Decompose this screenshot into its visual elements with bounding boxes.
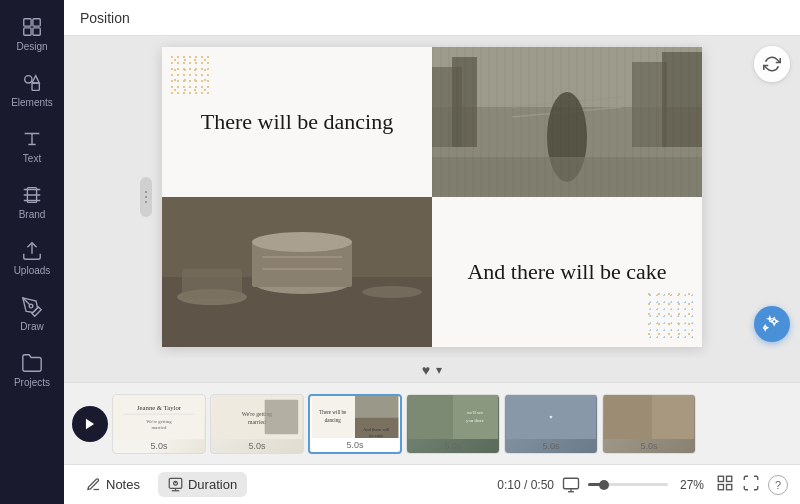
canvas-text-dancing[interactable]: There will be dancing	[201, 108, 393, 137]
sidebar-item-projects[interactable]: Projects	[4, 344, 60, 396]
timeline-header: ♥ ▾	[64, 358, 800, 382]
slide-5-duration: 5.0s	[505, 441, 597, 451]
svg-text:dancing: dancing	[325, 416, 342, 422]
notes-button[interactable]: Notes	[76, 472, 150, 497]
help-label: ?	[775, 479, 781, 491]
svg-rect-12	[432, 47, 702, 197]
grid-icon[interactable]	[716, 474, 734, 496]
svg-rect-15	[452, 57, 477, 147]
time-display: 0:10 / 0:50	[497, 478, 554, 492]
svg-rect-17	[662, 52, 702, 147]
slide-6-wrapper: 5.0s	[602, 394, 696, 454]
svg-text:you there: you there	[466, 417, 484, 422]
sidebar-item-elements-label: Elements	[11, 97, 53, 108]
svg-rect-56	[604, 395, 652, 439]
slide-thumb-5-inner: ♥	[505, 395, 597, 439]
slide-3-wrapper: There will be dancing And there will be …	[308, 394, 402, 454]
expand-icon[interactable]	[742, 474, 760, 496]
slide-2-duration: 5.0s	[211, 441, 303, 451]
svg-point-4	[25, 76, 32, 83]
slide-6-duration: 5.0s	[603, 441, 695, 451]
svg-rect-41	[265, 399, 299, 433]
canvas-cell-2	[432, 47, 702, 197]
canvas-cell-1: There will be dancing	[162, 47, 432, 197]
duration-label: Duration	[188, 477, 237, 492]
slide-thumb-6[interactable]: 5.0s	[602, 394, 696, 454]
slide-2-wrapper: We're getting married 5.0s	[210, 394, 304, 454]
sidebar-item-uploads-label: Uploads	[14, 265, 51, 276]
sidebar-item-draw[interactable]: Draw	[4, 288, 60, 340]
play-button[interactable]	[72, 406, 108, 442]
slide-thumb-6-inner	[603, 395, 695, 439]
heart-icon: ♥	[422, 362, 430, 378]
progress-thumb	[599, 480, 609, 490]
svg-rect-5	[32, 83, 39, 90]
svg-marker-32	[86, 418, 94, 429]
screen-icon[interactable]	[562, 476, 580, 494]
svg-text:be cake: be cake	[369, 432, 383, 437]
slide-thumb-3-inner: There will be dancing And there will be …	[310, 396, 400, 439]
page-title: Position	[80, 10, 130, 26]
progress-slider[interactable]	[588, 483, 668, 486]
svg-point-31	[362, 286, 422, 298]
slide-4-wrapper: we'll see you there 5.0s	[406, 394, 500, 454]
help-button[interactable]: ?	[768, 475, 788, 495]
svg-rect-30	[182, 269, 242, 299]
svg-text:And there will: And there will	[363, 427, 390, 432]
sidebar-item-elements[interactable]: Elements	[4, 64, 60, 116]
svg-rect-13	[432, 47, 702, 107]
main-content: Position There will be dancing	[64, 0, 800, 504]
canvas-text-cake[interactable]: And there will be cake	[467, 258, 666, 287]
sidebar-item-uploads[interactable]: Uploads	[4, 232, 60, 284]
progress-track[interactable]	[588, 483, 668, 486]
svg-text:we'll see: we'll see	[467, 410, 483, 415]
sidebar-item-text-label: Text	[23, 153, 41, 164]
canvas-cell-4: And there will be cake	[432, 197, 702, 347]
sidebar: Design Elements Text Brand Uploads	[0, 0, 64, 504]
topbar: Position	[64, 0, 800, 36]
chevron-down-icon[interactable]: ▾	[436, 363, 442, 377]
slide-thumb-2[interactable]: We're getting married 5.0s	[210, 394, 304, 454]
slide-thumb-4[interactable]: we'll see you there 5.0s	[406, 394, 500, 454]
slide-thumb-3[interactable]: There will be dancing And there will be …	[308, 394, 402, 454]
refresh-button[interactable]	[754, 46, 790, 82]
svg-rect-50	[408, 395, 453, 439]
svg-rect-2	[24, 28, 31, 35]
sidebar-item-brand[interactable]: Brand	[4, 176, 60, 228]
sidebar-item-projects-label: Projects	[14, 377, 50, 388]
slide-thumb-1[interactable]: Jeanne & Taylor We're getting married 5.…	[112, 394, 206, 454]
notes-label: Notes	[106, 477, 140, 492]
slide-1-wrapper: Jeanne & Taylor We're getting married 5.…	[112, 394, 206, 454]
svg-rect-43	[355, 396, 398, 417]
sidebar-item-brand-label: Brand	[19, 209, 46, 220]
svg-rect-1	[33, 19, 40, 26]
zoom-level: 27%	[676, 478, 708, 492]
svg-rect-67	[718, 484, 723, 489]
slide-1-duration: 5.0s	[113, 441, 205, 451]
sidebar-item-text[interactable]: Text	[4, 120, 60, 172]
duration-icon	[168, 477, 183, 492]
canvas-cell-3	[162, 197, 432, 347]
notes-icon	[86, 477, 101, 492]
svg-text:We're getting: We're getting	[146, 418, 172, 423]
svg-point-11	[145, 201, 147, 203]
svg-text:Jeanne & Taylor: Jeanne & Taylor	[137, 404, 182, 411]
svg-point-10	[145, 196, 147, 198]
svg-rect-21	[432, 157, 702, 197]
svg-rect-3	[33, 28, 40, 35]
bw-photo-cake	[162, 197, 432, 347]
bottombar: Notes Duration 0:10 / 0:50	[64, 464, 800, 504]
duration-button[interactable]: Duration	[158, 472, 247, 497]
sidebar-item-design[interactable]: Design	[4, 8, 60, 60]
magic-button[interactable]	[754, 306, 790, 342]
slide-5-wrapper: ♥ 5.0s	[504, 394, 598, 454]
svg-text:married: married	[152, 425, 167, 430]
timeline: Jeanne & Taylor We're getting married 5.…	[64, 382, 800, 464]
slide-thumb-2-inner: We're getting married	[211, 395, 303, 439]
svg-point-20	[547, 92, 587, 182]
svg-rect-14	[432, 67, 462, 147]
scroll-handle[interactable]	[140, 177, 152, 217]
slide-thumb-5[interactable]: ♥ 5.0s	[504, 394, 598, 454]
sidebar-item-draw-label: Draw	[20, 321, 43, 332]
svg-rect-33	[114, 395, 204, 439]
